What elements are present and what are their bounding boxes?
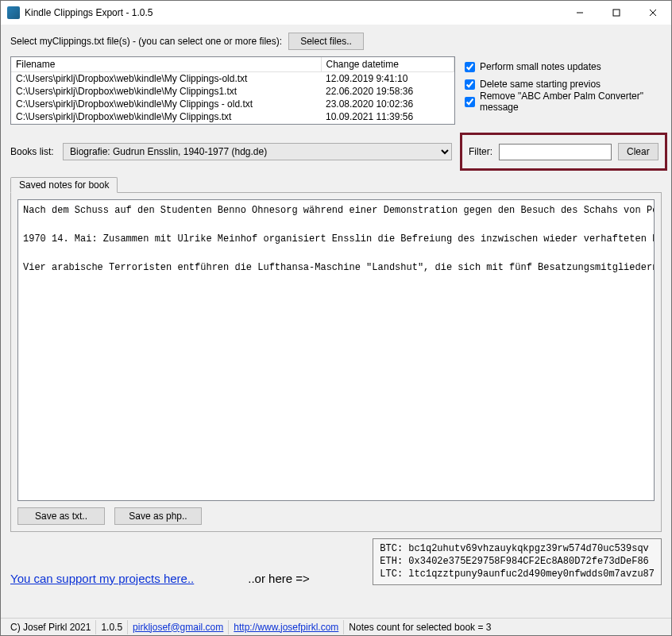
col-changedt[interactable]: Change datetime — [321, 57, 454, 72]
tab-saved-notes[interactable]: Saved notes for book — [10, 177, 118, 193]
ltc-address: LTC: ltc1qzztpuny9aunfuc2d490mey0nfwdds0… — [380, 568, 655, 580]
close-button[interactable] — [635, 1, 671, 25]
maximize-button[interactable] — [598, 1, 635, 25]
clear-button[interactable]: Clear — [618, 143, 658, 160]
options-checks: Perform small notes updates Delete same … — [465, 56, 662, 110]
eth-address: ETH: 0x3402e375E29758F984CF2Ec8A80D72fe7… — [380, 555, 655, 568]
crypto-box: BTC: bc1q2uhutv69vhzauykqkpgz39rw574d70u… — [373, 538, 662, 585]
minimize-button[interactable] — [562, 1, 598, 25]
check-remove-abc-box[interactable] — [465, 97, 475, 107]
svg-rect-1 — [613, 10, 620, 16]
check-remove-abc[interactable]: Remove "ABC Amber Palm Converter" messag… — [465, 93, 662, 110]
app-icon — [7, 6, 20, 19]
titlebar: Kindle Clippings Export - 1.0.5 — [1, 1, 671, 25]
save-php-button[interactable]: Save as php.. — [114, 507, 202, 525]
col-filename[interactable]: Filename — [11, 57, 321, 72]
file-table[interactable]: Filename Change datetime C:\Users\pirklj… — [10, 56, 455, 125]
filter-label: Filter: — [469, 146, 492, 157]
check-small-notes[interactable]: Perform small notes updates — [465, 58, 662, 75]
table-row[interactable]: C:\Users\pirklj\Dropbox\web\kindle\My Cl… — [11, 72, 454, 86]
table-row[interactable]: C:\Users\pirklj\Dropbox\web\kindle\My Cl… — [11, 110, 454, 123]
support-link[interactable]: You can support my projects here.. — [10, 572, 194, 585]
notes-panel: Nach dem Schuss auf den Studenten Benno … — [10, 192, 662, 532]
save-txt-button[interactable]: Save as txt.. — [17, 507, 105, 525]
btc-address: BTC: bc1q2uhutv69vhzauykqkpgz39rw574d70u… — [380, 542, 655, 555]
books-list-label: Books list: — [10, 146, 55, 157]
window-title: Kindle Clippings Export - 1.0.5 — [25, 7, 562, 18]
books-list-select[interactable]: Biografie: Gudrun Ensslin, 1940-1977 (hd… — [63, 143, 452, 160]
select-files-button[interactable]: Select files.. — [288, 33, 364, 50]
status-version: 1.0.5 — [96, 620, 128, 634]
filter-block: Filter: Clear — [460, 133, 667, 171]
notes-textarea[interactable]: Nach dem Schuss auf den Studenten Benno … — [17, 199, 655, 501]
check-small-notes-box[interactable] — [465, 62, 475, 72]
check-delete-previos-box[interactable] — [465, 79, 475, 90]
select-files-label: Select myClippings.txt file(s) - (you ca… — [10, 36, 282, 47]
filter-input[interactable] — [499, 144, 612, 160]
table-row[interactable]: C:\Users\pirklj\Dropbox\web\kindle\My Cl… — [11, 98, 454, 110]
status-email-link[interactable]: pirkljosef@gmail.com — [133, 622, 223, 633]
statusbar: C) Josef Pirkl 2021 1.0.5 pirkljosef@gma… — [1, 618, 671, 635]
status-copyright: C) Josef Pirkl 2021 — [6, 620, 96, 634]
status-notes-count: Notes count for selected book = 3 — [344, 620, 496, 634]
table-row[interactable]: C:\Users\pirklj\Dropbox\web\kindle\My Cl… — [11, 85, 454, 98]
or-here-label: ..or here => — [248, 572, 310, 585]
status-url-link[interactable]: http://www.josefpirkl.com — [234, 622, 338, 633]
